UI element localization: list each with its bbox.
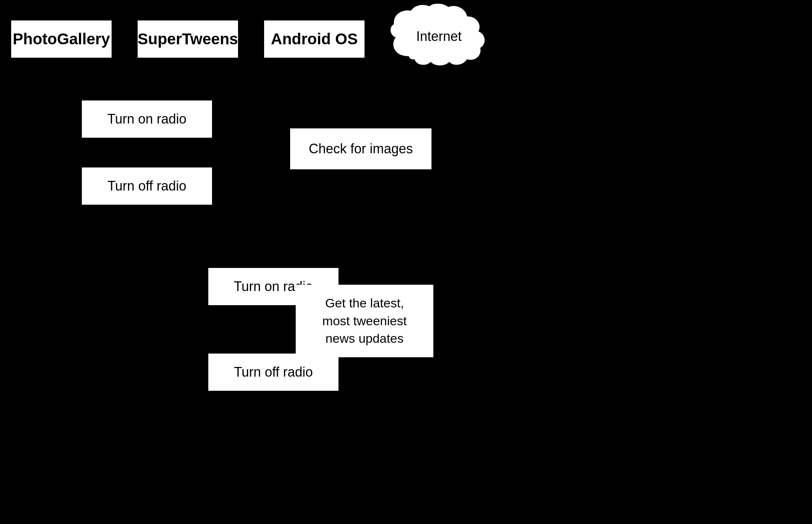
actor-android-os: Android OS [264, 20, 365, 58]
actor-internet-label: Internet [387, 4, 491, 69]
diagram: PhotoGallery SuperTweens Android OS Inte… [0, 0, 812, 524]
actor-android-os-label: Android OS [271, 30, 357, 48]
actor-super-tweens: SuperTweens [138, 20, 238, 58]
message-get-latest-label: Get the latest, most tweeniest news upda… [322, 294, 407, 348]
message-turn-on-radio-1: Turn on radio [82, 100, 212, 138]
message-turn-off-radio-1: Turn off radio [82, 167, 212, 205]
message-get-latest: Get the latest, most tweeniest news upda… [296, 285, 433, 357]
actor-super-tweens-label: SuperTweens [138, 30, 238, 48]
actor-photo-gallery: PhotoGallery [11, 20, 112, 58]
actor-photo-gallery-label: PhotoGallery [13, 30, 110, 48]
message-turn-off-radio-2: Turn off radio [208, 354, 338, 391]
message-check-for-images: Check for images [290, 128, 431, 169]
